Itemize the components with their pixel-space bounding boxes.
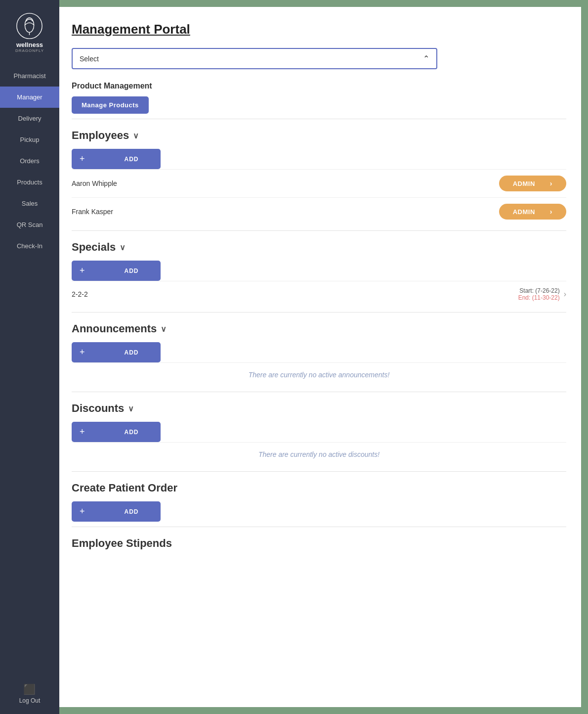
- announcements-empty-message: There are currently no active announceme…: [72, 362, 566, 387]
- product-management-section: Product Management Manage Products: [72, 82, 566, 119]
- plus-icon: +: [80, 154, 85, 164]
- employee-admin-badge[interactable]: ADMIN ›: [499, 176, 566, 191]
- logo-name: wellness: [16, 42, 43, 48]
- discounts-add-button[interactable]: + ADD: [72, 422, 161, 442]
- specials-add-button[interactable]: + ADD: [72, 261, 161, 281]
- nav-list: Pharmacist Manager Delivery Pickup Order…: [0, 65, 59, 257]
- chevron-down-icon: ⌃: [423, 54, 429, 63]
- svg-point-1: [25, 18, 34, 32]
- manage-products-button[interactable]: Manage Products: [72, 96, 149, 114]
- employees-title: Employees ∨: [72, 129, 566, 142]
- discounts-chevron-icon: ∨: [128, 404, 134, 413]
- special-dates: Start: (7-26-22) End: (11-30-22): [518, 287, 560, 301]
- logout-button[interactable]: ⬛ Log Out: [19, 673, 41, 714]
- employees-add-label: ADD: [125, 156, 139, 163]
- employees-add-button[interactable]: + ADD: [72, 149, 161, 169]
- employee-name: Aaron Whipple: [72, 179, 117, 187]
- plus-icon: +: [80, 506, 85, 517]
- logo-area: wellness DRAGONFLY: [10, 5, 49, 63]
- discounts-empty-message: There are currently no active discounts!: [72, 442, 566, 466]
- sidebar-item-orders[interactable]: Orders: [0, 150, 59, 172]
- employee-row: Frank Kasper ADMIN ›: [72, 197, 566, 225]
- sidebar-item-sales[interactable]: Sales: [0, 193, 59, 214]
- logout-icon: ⬛: [23, 683, 36, 695]
- employees-chevron-icon: ∨: [133, 131, 139, 140]
- specials-chevron-icon: ∨: [120, 243, 126, 252]
- page-title: Management Portal: [72, 22, 566, 37]
- sidebar-item-check-in[interactable]: Check-In: [0, 235, 59, 257]
- product-management-label: Product Management: [72, 82, 566, 90]
- create-patient-order-title: Create Patient Order: [72, 482, 566, 494]
- employee-name: Frank Kasper: [72, 208, 113, 216]
- discounts-section: Discounts ∨ + ADD There are currently no…: [72, 402, 566, 472]
- create-patient-order-add-button[interactable]: + ADD: [72, 501, 161, 522]
- admin-badge-label: ADMIN: [513, 208, 535, 216]
- badge-chevron-icon: ›: [550, 179, 552, 187]
- announcements-title: Announcements ∨: [72, 322, 566, 335]
- create-patient-order-section: Create Patient Order + ADD: [72, 482, 566, 527]
- create-patient-order-add-label: ADD: [125, 508, 139, 515]
- special-row: 2-2-2 Start: (7-26-22) End: (11-30-22) ›: [72, 281, 566, 307]
- sidebar: wellness DRAGONFLY Pharmacist Manager De…: [0, 0, 59, 714]
- specials-add-label: ADD: [125, 268, 139, 274]
- plus-icon: +: [80, 266, 85, 276]
- employee-admin-badge[interactable]: ADMIN ›: [499, 204, 566, 220]
- announcements-chevron-icon: ∨: [161, 324, 167, 334]
- main-content: Management Portal Select ⌃ Product Manag…: [59, 7, 581, 707]
- badge-chevron-icon: ›: [550, 208, 552, 216]
- plus-icon: +: [80, 347, 85, 357]
- employees-section: Employees ∨ + ADD Aaron Whipple ADMIN › …: [72, 129, 566, 231]
- announcements-section: Announcements ∨ + ADD There are currentl…: [72, 322, 566, 392]
- discounts-title: Discounts ∨: [72, 402, 566, 415]
- sidebar-item-manager[interactable]: Manager: [0, 87, 59, 108]
- admin-badge-label: ADMIN: [513, 180, 535, 187]
- logo-sub: DRAGONFLY: [15, 48, 44, 53]
- select-wrapper: Select ⌃: [72, 48, 437, 69]
- sidebar-item-products[interactable]: Products: [0, 172, 59, 193]
- select-value: Select: [80, 55, 99, 63]
- specials-section: Specials ∨ + ADD 2-2-2 Start: (7-26-22) …: [72, 241, 566, 312]
- specials-title: Specials ∨: [72, 241, 566, 254]
- select-dropdown[interactable]: Select ⌃: [72, 48, 437, 69]
- logout-label: Log Out: [19, 697, 41, 704]
- sidebar-item-pickup[interactable]: Pickup: [0, 129, 59, 150]
- announcements-add-label: ADD: [125, 349, 139, 356]
- plus-icon: +: [80, 427, 85, 437]
- employee-stipends-title: Employee Stipends: [72, 537, 566, 550]
- special-end-date: End: (11-30-22): [518, 294, 560, 301]
- logo-icon: [16, 12, 43, 40]
- special-arrow-icon[interactable]: ›: [564, 290, 566, 299]
- sidebar-item-qr-scan[interactable]: QR Scan: [0, 214, 59, 235]
- special-start-date: Start: (7-26-22): [519, 287, 559, 294]
- special-name: 2-2-2: [72, 290, 88, 298]
- sidebar-item-pharmacist[interactable]: Pharmacist: [0, 65, 59, 87]
- announcements-add-button[interactable]: + ADD: [72, 342, 161, 362]
- discounts-add-label: ADD: [125, 429, 139, 436]
- employee-stipends-section: Employee Stipends: [72, 537, 566, 562]
- special-right: Start: (7-26-22) End: (11-30-22) ›: [518, 287, 566, 301]
- employee-row: Aaron Whipple ADMIN ›: [72, 169, 566, 197]
- sidebar-item-delivery[interactable]: Delivery: [0, 108, 59, 129]
